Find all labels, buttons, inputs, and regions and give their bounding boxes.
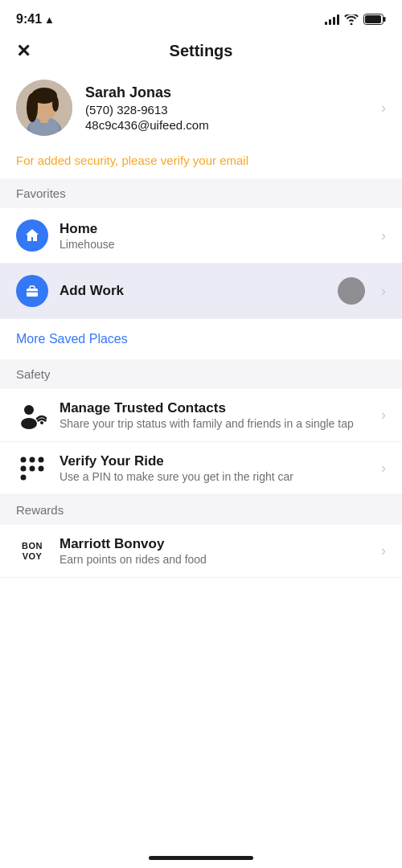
svg-rect-13 <box>27 289 38 297</box>
marriott-item[interactable]: BON VOY Marriott Bonvoy Earn points on r… <box>0 525 402 578</box>
home-icon <box>24 227 40 244</box>
svg-point-11 <box>30 92 38 112</box>
bonvoy-line1: BON <box>22 541 43 551</box>
status-bar: 9:41 ▲ <box>0 0 402 35</box>
profile-name: Sarah Jonas <box>85 84 375 101</box>
work-icon-circle <box>16 275 48 307</box>
bonvoy-logo: BON VOY <box>16 541 48 560</box>
marriott-chevron-icon: › <box>381 542 386 559</box>
svg-point-22 <box>30 465 35 471</box>
rewards-section-header: Rewards <box>0 495 402 525</box>
profile-info: Sarah Jonas (570) 328-9613 48c9c436@uife… <box>85 84 375 132</box>
toggle-dot <box>338 277 365 305</box>
favorites-section-header: Favorites <box>0 178 402 208</box>
home-content: Home Limehouse <box>59 221 375 251</box>
safety-section-header: Safety <box>0 359 402 389</box>
home-indicator <box>0 850 402 868</box>
trusted-contacts-icon <box>16 401 48 430</box>
favorites-label: Favorites <box>16 186 66 200</box>
verify-ride-icon <box>16 455 48 482</box>
signal-icon <box>325 14 339 25</box>
verify-ride-content: Verify Your Ride Use a PIN to make sure … <box>59 453 375 483</box>
navigation-icon: ▲ <box>44 14 55 26</box>
home-list-item[interactable]: Home Limehouse › <box>0 208 402 264</box>
close-button[interactable]: ✕ <box>16 43 31 60</box>
trusted-contacts-subtitle: Share your trip status with family and f… <box>59 417 375 430</box>
home-subtitle: Limehouse <box>59 238 375 251</box>
home-icon-circle <box>16 219 48 252</box>
svg-point-18 <box>21 457 27 462</box>
marriott-content: Marriott Bonvoy Earn points on rides and… <box>59 536 375 566</box>
more-saved-places[interactable]: More Saved Places <box>0 319 402 359</box>
work-content: Add Work <box>59 283 338 299</box>
svg-point-12 <box>52 96 59 112</box>
svg-point-23 <box>39 465 44 471</box>
safety-label: Safety <box>16 367 51 381</box>
trusted-contacts-title: Manage Trusted Contacts <box>59 400 375 416</box>
svg-point-16 <box>21 418 37 429</box>
profile-email: 48c9c436@uifeed.com <box>85 118 375 132</box>
svg-point-15 <box>24 405 34 415</box>
battery-icon <box>363 14 386 25</box>
home-chevron-icon: › <box>381 227 386 244</box>
profile-phone: (570) 328-9613 <box>85 103 375 117</box>
time-text: 9:41 <box>16 12 42 27</box>
avatar <box>16 80 72 136</box>
security-notice: For added security, please verify your e… <box>0 145 402 178</box>
svg-point-17 <box>40 421 43 424</box>
trusted-contacts-item[interactable]: Manage Trusted Contacts Share your trip … <box>0 389 402 442</box>
add-work-list-item[interactable]: Add Work › <box>0 264 402 319</box>
verify-ride-subtitle: Use a PIN to make sure you get in the ri… <box>59 470 375 483</box>
profile-chevron-icon: › <box>381 100 386 117</box>
more-saved-text[interactable]: More Saved Places <box>16 332 128 346</box>
wifi-icon <box>344 14 359 25</box>
dots-grid-icon <box>18 455 46 482</box>
person-wifi-icon <box>18 401 47 430</box>
verify-ride-title: Verify Your Ride <box>59 453 375 469</box>
status-time: 9:41 ▲ <box>16 12 55 27</box>
marriott-subtitle: Earn points on rides and food <box>59 553 375 566</box>
svg-point-19 <box>30 457 35 462</box>
header: ✕ Settings <box>0 35 402 70</box>
home-bar <box>149 856 253 860</box>
verify-ride-chevron-icon: › <box>381 460 386 477</box>
svg-rect-2 <box>365 15 381 23</box>
svg-point-24 <box>21 474 27 480</box>
marriott-title: Marriott Bonvoy <box>59 536 375 552</box>
work-chevron-icon: › <box>381 283 386 300</box>
work-title: Add Work <box>59 283 338 299</box>
security-notice-text: For added security, please verify your e… <box>16 154 248 167</box>
rewards-label: Rewards <box>16 503 64 517</box>
avatar-image <box>16 80 72 136</box>
status-icons <box>325 14 386 25</box>
home-title: Home <box>59 221 375 237</box>
trusted-contacts-content: Manage Trusted Contacts Share your trip … <box>59 400 375 430</box>
bonvoy-line2: VOY <box>23 551 43 561</box>
svg-point-21 <box>21 465 27 471</box>
verify-ride-item[interactable]: Verify Your Ride Use a PIN to make sure … <box>0 442 402 495</box>
briefcase-icon <box>24 283 40 299</box>
trusted-contacts-chevron-icon: › <box>381 407 386 424</box>
page-title: Settings <box>170 42 233 60</box>
profile-section[interactable]: Sarah Jonas (570) 328-9613 48c9c436@uife… <box>0 70 402 145</box>
svg-point-20 <box>39 457 44 462</box>
svg-rect-1 <box>384 17 386 22</box>
